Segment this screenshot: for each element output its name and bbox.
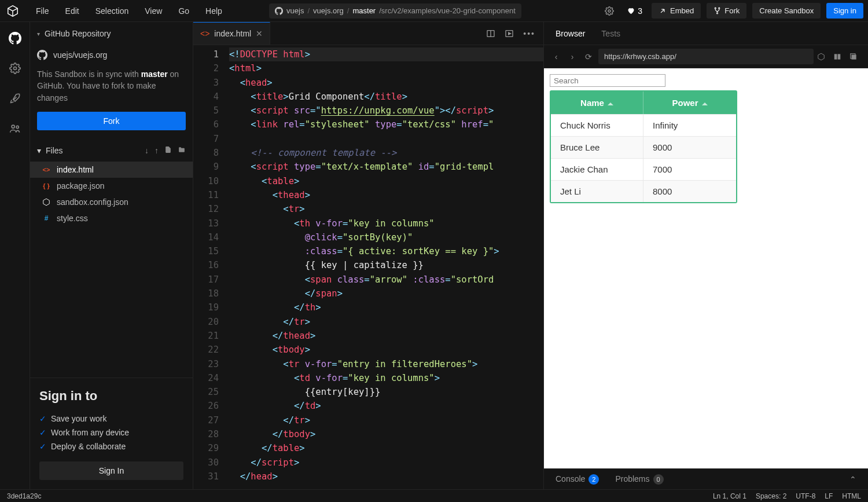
file-icon: <>	[42, 166, 51, 173]
sidebar-section-header[interactable]: ▾ GitHub Repository	[30, 22, 193, 45]
open-window-icon[interactable]	[505, 29, 514, 38]
nav-forward-icon[interactable]: ›	[566, 52, 579, 61]
activity-github-icon[interactable]	[7, 30, 23, 46]
address-input[interactable]	[598, 49, 814, 64]
benefit-item: ✓Work from any device	[39, 426, 183, 439]
grid-header-name[interactable]: Name	[551, 91, 643, 114]
status-item[interactable]: LF	[825, 492, 833, 500]
code-editor[interactable]: 1234567891011121314151617181920212223242…	[193, 45, 543, 489]
editor-tabbar: <> index.html ✕ •••	[193, 22, 543, 45]
activity-bar	[0, 22, 30, 489]
preview-column: Browser Tests ‹ › ⟳ Name Power Chuck Nor…	[544, 22, 868, 489]
file-icon: { }	[42, 182, 51, 189]
svg-point-5	[12, 125, 14, 128]
tab-index-html[interactable]: <> index.html ✕	[193, 22, 270, 45]
breadcrumb[interactable]: vuejs / vuejs.org / master /src/v2/examp…	[269, 3, 521, 19]
check-icon: ✓	[39, 442, 46, 451]
embed-button[interactable]: Embed	[652, 3, 701, 19]
table-row: Jackie Chan7000	[551, 158, 736, 180]
file-style-css[interactable]: #style.css	[30, 210, 193, 226]
commit-hash[interactable]: 3ded1a29c	[7, 492, 41, 500]
create-sandbox-button[interactable]: Create Sandbox	[752, 3, 821, 19]
problems-tab[interactable]: Problems0	[615, 474, 663, 485]
signin-panel: Sign in to ✓Save your work✓Work from any…	[30, 378, 193, 489]
html-file-icon: <>	[200, 29, 209, 38]
chevron-down-icon: ▾	[37, 146, 41, 155]
sort-asc-icon	[702, 102, 708, 105]
fork-button[interactable]: Fork	[707, 3, 746, 19]
svg-point-0	[608, 10, 610, 12]
signin-panel-button[interactable]: Sign In	[39, 461, 183, 480]
status-item[interactable]: HTML	[842, 492, 861, 500]
signin-title: Sign in to	[39, 389, 183, 404]
tab-browser[interactable]: Browser	[556, 23, 585, 44]
svg-point-4	[13, 67, 16, 70]
activity-settings-icon[interactable]	[7, 60, 23, 76]
chevron-up-icon[interactable]: ⌃	[849, 475, 856, 484]
github-icon	[275, 7, 283, 15]
sidebar: ▾ GitHub Repository vuejs/vuejs.org This…	[30, 22, 193, 489]
grid-table: Name Power Chuck NorrisInfinityBruce Lee…	[550, 90, 737, 203]
repo-link[interactable]: vuejs/vuejs.org	[30, 45, 193, 65]
preview-tabs: Browser Tests	[544, 22, 868, 45]
svg-rect-12	[838, 54, 841, 59]
status-bar: 3ded1a29c Ln 1, Col 1Spaces: 2UTF-8LFHTM…	[0, 489, 868, 502]
svg-rect-11	[834, 54, 837, 59]
address-bar: ‹ › ⟳	[544, 45, 868, 68]
activity-live-icon[interactable]	[7, 120, 23, 137]
menu-go[interactable]: Go	[171, 3, 196, 19]
settings-icon[interactable]	[601, 4, 617, 18]
status-item[interactable]: UTF-8	[796, 492, 815, 500]
status-item[interactable]: Ln 1, Col 1	[713, 492, 746, 500]
chevron-down-icon: ▾	[37, 31, 40, 37]
table-row: Bruce Lee9000	[551, 136, 736, 158]
app-logo[interactable]	[5, 3, 21, 19]
sidebar-fork-button[interactable]: Fork	[37, 112, 186, 130]
crumb-branch: master	[352, 6, 376, 15]
file-icon	[42, 198, 51, 206]
reload-icon[interactable]: ⟳	[582, 52, 595, 61]
menu-help[interactable]: Help	[198, 3, 229, 19]
table-row: Chuck NorrisInfinity	[551, 114, 736, 136]
codesandbox-icon[interactable]	[817, 53, 830, 61]
editor-column: <> index.html ✕ ••• 12345678910111213141…	[193, 22, 544, 489]
grid-header-power[interactable]: Power	[643, 91, 736, 114]
nav-back-icon[interactable]: ‹	[550, 52, 562, 61]
layout-icon[interactable]	[833, 53, 846, 61]
new-window-icon[interactable]	[849, 53, 862, 61]
close-icon[interactable]: ✕	[256, 29, 263, 38]
preview-frame: Name Power Chuck NorrisInfinityBruce Lee…	[544, 68, 868, 468]
new-file-icon[interactable]	[164, 146, 172, 155]
svg-point-6	[16, 126, 19, 128]
svg-marker-10	[509, 32, 511, 35]
signin-button[interactable]: Sign in	[826, 3, 863, 19]
file-sandbox-config-json[interactable]: sandbox.config.json	[30, 194, 193, 210]
benefit-item: ✓Deploy & collaborate	[39, 439, 183, 453]
likes-count[interactable]: 3	[623, 4, 646, 18]
more-icon[interactable]: •••	[523, 29, 535, 38]
upload-icon[interactable]: ↑	[155, 146, 159, 155]
file-index-html[interactable]: <>index.html	[30, 162, 193, 178]
file-package-json[interactable]: { }package.json	[30, 178, 193, 194]
download-icon[interactable]: ↓	[145, 146, 149, 155]
activity-deploy-icon[interactable]	[7, 90, 23, 107]
file-icon: #	[42, 214, 51, 222]
new-folder-icon[interactable]	[178, 146, 186, 155]
files-header[interactable]: ▾Files ↓ ↑	[30, 141, 193, 160]
svg-point-2	[719, 8, 720, 9]
sync-message: This Sandbox is in sync with master on G…	[30, 65, 193, 112]
menu-edit[interactable]: Edit	[58, 3, 86, 19]
menu-file[interactable]: File	[29, 3, 56, 19]
file-list: <>index.html{ }package.jsonsandbox.confi…	[30, 160, 193, 228]
grid-search-input[interactable]	[550, 74, 665, 87]
layout-split-icon[interactable]	[486, 29, 495, 38]
svg-point-1	[715, 8, 716, 9]
console-tab[interactable]: Console2	[556, 474, 599, 485]
menubar: FileEditSelectionViewGoHelp vuejs / vuej…	[0, 0, 868, 22]
crumb-repo: vuejs.org	[313, 6, 344, 15]
preview-bottom-tabs: Console2 Problems0 ⌃	[544, 468, 868, 489]
menu-view[interactable]: View	[138, 3, 169, 19]
menu-selection[interactable]: Selection	[89, 3, 136, 19]
status-item[interactable]: Spaces: 2	[756, 492, 786, 500]
tab-tests[interactable]: Tests	[601, 23, 620, 44]
